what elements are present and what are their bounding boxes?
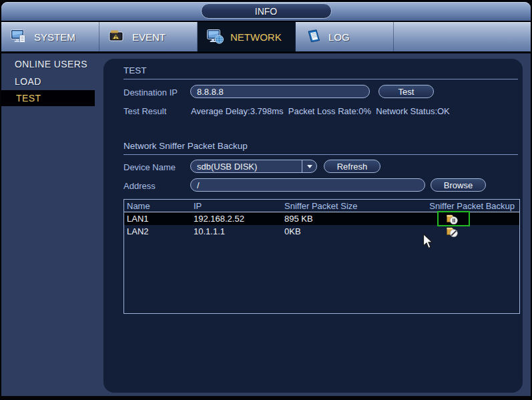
- sidebar-item-label: ONLINE USERS: [15, 59, 87, 69]
- tab-network[interactable]: NETWORK: [198, 22, 296, 51]
- col-name: Name: [124, 201, 194, 211]
- start-capture-icon[interactable]: [446, 226, 458, 240]
- device-name-select[interactable]: sdb(USB DISK): [190, 160, 317, 173]
- tabbar: SYSTEM EVENT: [1, 22, 531, 51]
- table-row[interactable]: LAN1 192.168.2.52 895 KB: [124, 212, 519, 225]
- sidebar-item-label: TEST: [16, 93, 41, 104]
- cell-name: LAN2: [124, 226, 194, 236]
- left-edge: [0, 0, 1, 400]
- bottom-bar: [0, 396, 532, 400]
- col-ip: IP: [194, 201, 284, 211]
- table-row[interactable]: LAN2 10.1.1.1 0KB: [124, 225, 519, 238]
- event-icon: [109, 29, 126, 44]
- tab-system[interactable]: SYSTEM: [1, 22, 99, 51]
- cell-ip: 192.168.2.52: [194, 214, 284, 224]
- destination-ip-input[interactable]: [190, 85, 370, 98]
- refresh-button[interactable]: Refresh: [324, 160, 380, 173]
- address-label: Address: [123, 179, 156, 192]
- destination-ip-label: Destination IP: [123, 85, 178, 99]
- col-size: Sniffer Packet Size: [284, 201, 415, 211]
- col-backup: Sniffer Packet Backup: [415, 201, 519, 211]
- sniffer-table: Name IP Sniffer Packet Size Sniffer Pack…: [123, 199, 520, 314]
- sidebar-item-test[interactable]: TEST: [1, 90, 95, 106]
- cell-ip: 10.1.1.1: [194, 226, 284, 236]
- log-icon: [305, 29, 322, 44]
- selection-box: [437, 211, 470, 226]
- sidebar-item-online-users[interactable]: ONLINE USERS: [0, 56, 100, 72]
- test-result-label: Test Result: [123, 104, 166, 118]
- tabbar-divider: [0, 51, 532, 53]
- browse-button[interactable]: Browse: [431, 178, 486, 192]
- sidebar-item-label: LOAD: [15, 76, 41, 87]
- titlebar: INFO: [0, 0, 532, 22]
- address-input[interactable]: [190, 178, 425, 192]
- dvr-info-screen: INFO SYSTEM: [0, 0, 532, 400]
- network-icon: [207, 29, 224, 44]
- sniffer-section-title: Network Sniffer Packet Backup: [123, 141, 518, 155]
- cell-size: 0KB: [284, 226, 415, 236]
- system-monitor-icon: [11, 29, 28, 44]
- test-result-value: Average Delay:3.798ms Packet Loss Rate:0…: [191, 104, 450, 118]
- tab-label: EVENT: [132, 31, 166, 43]
- tab-label: SYSTEM: [34, 31, 75, 43]
- tab-event[interactable]: EVENT: [99, 22, 198, 51]
- tab-label: LOG: [328, 31, 350, 43]
- device-name-label: Device Name: [123, 160, 176, 174]
- tab-label: NETWORK: [230, 31, 282, 43]
- sidebar-item-load[interactable]: LOAD: [0, 73, 100, 89]
- cell-size: 895 KB: [284, 214, 415, 224]
- device-name-value: sdb(USB DISK): [191, 160, 302, 172]
- main-panel: TEST Destination IP Test Test Result Ave…: [103, 59, 523, 393]
- page-title: INFO: [255, 6, 277, 17]
- window-title-badge: INFO: [201, 3, 332, 19]
- test-section-title: TEST: [123, 65, 518, 79]
- chevron-down-icon[interactable]: [302, 160, 316, 172]
- tab-log[interactable]: LOG: [296, 22, 394, 51]
- cell-name: LAN1: [124, 214, 194, 224]
- test-button[interactable]: Test: [378, 85, 434, 98]
